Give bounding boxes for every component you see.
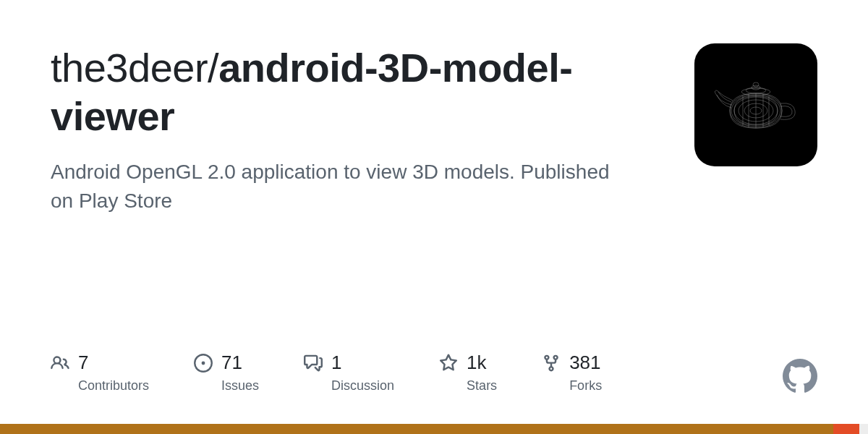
stat-stars[interactable]: 1k Stars xyxy=(439,352,497,393)
discussion-icon xyxy=(304,354,323,373)
language-segment xyxy=(0,424,833,434)
stat-contributors[interactable]: 7 Contributors xyxy=(51,352,149,393)
issue-icon xyxy=(194,354,213,373)
stat-discussions[interactable]: 1 Discussion xyxy=(304,352,394,393)
discussions-count: 1 xyxy=(331,352,341,374)
repo-description: Android OpenGL 2.0 application to view 3… xyxy=(51,158,615,214)
forks-label: Forks xyxy=(569,378,602,393)
svg-point-14 xyxy=(753,82,759,87)
stats-list: 7 Contributors 71 Issues 1 xyxy=(51,352,602,393)
forks-count: 381 xyxy=(569,352,600,374)
people-icon xyxy=(51,354,69,373)
issues-count: 71 xyxy=(221,352,242,374)
issues-label: Issues xyxy=(221,378,259,393)
contributors-label: Contributors xyxy=(78,378,149,393)
stars-count: 1k xyxy=(467,352,486,374)
repo-owner: the3deer xyxy=(51,45,208,90)
language-bar xyxy=(0,424,868,434)
contributors-count: 7 xyxy=(78,352,88,374)
fork-icon xyxy=(542,354,561,373)
star-icon xyxy=(439,354,458,373)
title-block: the3deer/android-3D-model-viewer Android… xyxy=(51,43,644,215)
language-segment xyxy=(859,424,868,434)
language-segment xyxy=(833,424,859,434)
discussions-label: Discussion xyxy=(331,378,394,393)
github-logo-icon[interactable] xyxy=(783,359,817,393)
repo-avatar[interactable] xyxy=(694,43,817,166)
stars-label: Stars xyxy=(467,378,497,393)
teapot-icon xyxy=(705,69,807,141)
stat-issues[interactable]: 71 Issues xyxy=(194,352,259,393)
stat-forks[interactable]: 381 Forks xyxy=(542,352,602,393)
repo-title[interactable]: the3deer/android-3D-model-viewer xyxy=(51,43,644,140)
